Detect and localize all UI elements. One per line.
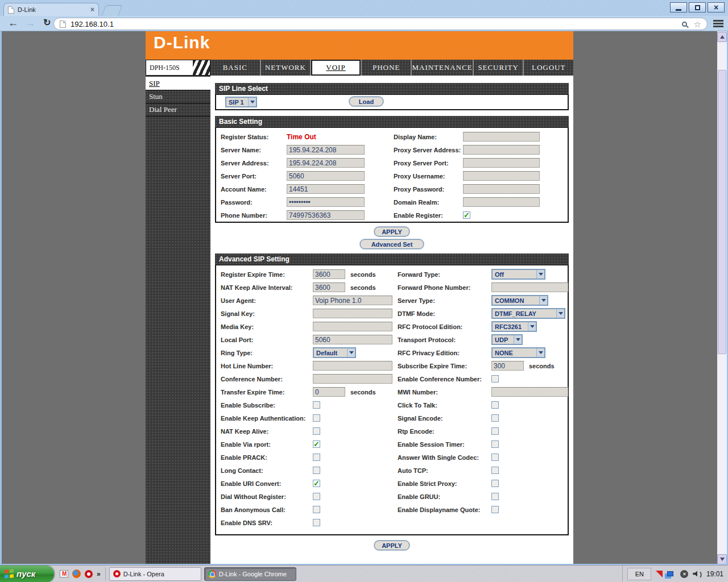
language-indicator[interactable]: EN — [627, 568, 651, 580]
checkbox-nat-keep-alive[interactable] — [313, 427, 320, 435]
bookmark-star-icon[interactable]: ☆ — [694, 20, 701, 28]
checkbox-enable-subscribe[interactable] — [313, 401, 320, 409]
checkbox-auto-tcp[interactable] — [491, 467, 499, 474]
mail-icon[interactable] — [60, 570, 68, 577]
input-password[interactable]: ••••••••• — [287, 197, 365, 207]
taskbar-task-d-link-opera[interactable]: D-Link - Opera — [109, 567, 201, 581]
scroll-up-button[interactable] — [717, 32, 727, 42]
dropdown-sip-line[interactable]: SIP 1 — [225, 97, 257, 107]
checkbox-ban-anonymous-call[interactable] — [313, 506, 320, 513]
input-conference-number[interactable] — [313, 374, 392, 384]
input-mwi-number[interactable] — [491, 387, 568, 397]
tab-voip[interactable]: VOIP — [310, 60, 361, 76]
tray-volume-icon[interactable]: ) — [693, 571, 702, 577]
tab-phone[interactable]: PHONE — [361, 60, 411, 76]
dropdown-transport-protocol[interactable]: UDP — [491, 334, 523, 345]
address-bar[interactable]: 192.168.10.1 ☆ — [53, 18, 708, 30]
input-account-name[interactable]: 14451 — [287, 184, 365, 194]
reload-icon[interactable]: ↻ — [43, 17, 51, 28]
input-media-key[interactable] — [313, 322, 392, 331]
checkbox-enable-via-rport[interactable] — [313, 440, 320, 448]
sidebar-item-stun[interactable]: Stun — [146, 90, 210, 103]
input-proxy-password[interactable] — [463, 184, 540, 194]
tab-basic[interactable]: BASIC — [210, 60, 260, 76]
input-server-port[interactable]: 5060 — [287, 171, 365, 181]
dropdown-dtmf-mode[interactable]: DTMF_RELAY — [491, 308, 565, 319]
browser-tab[interactable]: D-Link × — [3, 3, 99, 16]
scrollbar[interactable] — [717, 31, 727, 565]
tab-logout[interactable]: LOGOUT — [523, 60, 573, 76]
checkbox-enable-prack[interactable] — [313, 454, 320, 461]
firefox-icon[interactable] — [72, 569, 81, 578]
tab-network[interactable]: NETWORK — [260, 60, 311, 76]
input-proxy-username[interactable] — [463, 171, 540, 181]
checkbox-enable-uri-convert[interactable] — [313, 480, 320, 487]
input-display-name[interactable] — [463, 132, 540, 142]
dropdown-rfc-privacy-edition[interactable]: NONE — [491, 347, 545, 358]
label-forward-phone-number: Forward Phone Number: — [398, 284, 491, 291]
start-button[interactable]: пуск — [0, 566, 54, 582]
dropdown-rfc-protocol-edition[interactable]: RFC3261 — [491, 321, 537, 332]
dropdown-ring-type[interactable]: Default — [313, 347, 356, 358]
scroll-down-button[interactable] — [717, 554, 727, 564]
apply-button-advanced[interactable]: APPLY — [374, 541, 410, 550]
field-row: Conference Number: — [221, 372, 394, 385]
minimize-button[interactable] — [670, 2, 687, 13]
checkbox-signal-encode[interactable] — [491, 414, 499, 422]
input-proxy-server-address[interactable] — [463, 145, 540, 155]
checkbox-enable-keep-authentication[interactable] — [313, 414, 320, 422]
input-domain-realm[interactable] — [463, 197, 540, 207]
input-user-agent[interactable]: Voip Phone 1.0 — [313, 296, 392, 305]
checkbox-enable-strict-proxy[interactable] — [491, 480, 499, 487]
checkbox-long-contact[interactable] — [313, 467, 320, 474]
input-forward-phone-number[interactable] — [491, 282, 568, 292]
checkbox-click-to-talk[interactable] — [491, 401, 499, 409]
checkbox-enable-conference-number[interactable] — [491, 375, 499, 383]
forward-icon[interactable]: → — [25, 17, 35, 29]
url-text[interactable]: 192.168.10.1 — [71, 20, 682, 28]
checkbox-enable-displayname-quote[interactable] — [491, 506, 499, 513]
input-proxy-server-port[interactable] — [463, 158, 540, 168]
taskbar-task-d-link-google-chrome[interactable]: D-Link - Google Chrome — [204, 567, 296, 581]
tray-red-arrow-icon[interactable] — [656, 571, 663, 577]
checkbox-enable-session-timer[interactable] — [491, 440, 499, 448]
input-subscribe-expire-time[interactable]: 300 — [491, 361, 524, 371]
tray-remove-hardware-icon[interactable]: × — [680, 570, 688, 578]
input-server-address[interactable]: 195.94.224.208 — [287, 158, 365, 168]
dropdown-forward-type[interactable]: Off — [491, 269, 545, 280]
dropdown-server-type[interactable]: COMMON — [491, 295, 548, 306]
checkbox-enable-dns-srv[interactable] — [313, 519, 320, 526]
load-button[interactable]: Load — [349, 97, 383, 106]
tab-close-icon[interactable]: × — [90, 6, 94, 14]
close-button[interactable]: × — [708, 2, 725, 13]
restore-button[interactable] — [689, 2, 706, 13]
scrollbar-thumb[interactable] — [718, 70, 726, 354]
back-icon[interactable]: ← — [8, 17, 18, 29]
input-nat-keep-alive-interval[interactable]: 3600 — [313, 282, 345, 292]
checkbox-dial-without-register[interactable] — [313, 493, 320, 500]
tab-security[interactable]: SECURITY — [473, 60, 523, 76]
advanced-set-button[interactable]: Advanced Set — [360, 239, 424, 249]
browser-menu-icon[interactable] — [713, 20, 723, 28]
tab-maintenance[interactable]: MAINTENANCE — [411, 60, 472, 76]
checkbox-enable-gruu[interactable] — [491, 493, 499, 500]
checkbox-enable-register[interactable] — [463, 211, 470, 219]
input-server-name[interactable]: 195.94.224.208 — [287, 145, 365, 155]
sidebar-item-dial-peer[interactable]: Dial Peer — [146, 103, 210, 117]
new-tab-button[interactable] — [101, 5, 123, 16]
input-signal-key[interactable] — [313, 309, 392, 318]
apply-button[interactable]: APPLY — [374, 227, 410, 236]
zoom-icon[interactable] — [682, 22, 687, 27]
sidebar-item-sip[interactable]: SIP — [146, 77, 210, 90]
input-transfer-expire-time[interactable]: 0 — [313, 387, 345, 397]
input-phone-number[interactable]: 74997536363 — [287, 210, 365, 220]
tray-network-icon[interactable] — [667, 571, 673, 576]
opera-icon[interactable] — [85, 570, 93, 578]
checkbox-rtp-encode[interactable] — [491, 427, 499, 435]
input-local-port[interactable]: 5060 — [313, 335, 392, 344]
input-hot-line-number[interactable] — [313, 361, 392, 371]
quick-launch-overflow-chevron[interactable]: » — [97, 570, 101, 578]
input-register-expire-time[interactable]: 3600 — [313, 269, 345, 279]
label-dial-without-register: Dial Without Register: — [221, 493, 313, 500]
checkbox-answer-with-single-codec[interactable] — [491, 454, 499, 461]
